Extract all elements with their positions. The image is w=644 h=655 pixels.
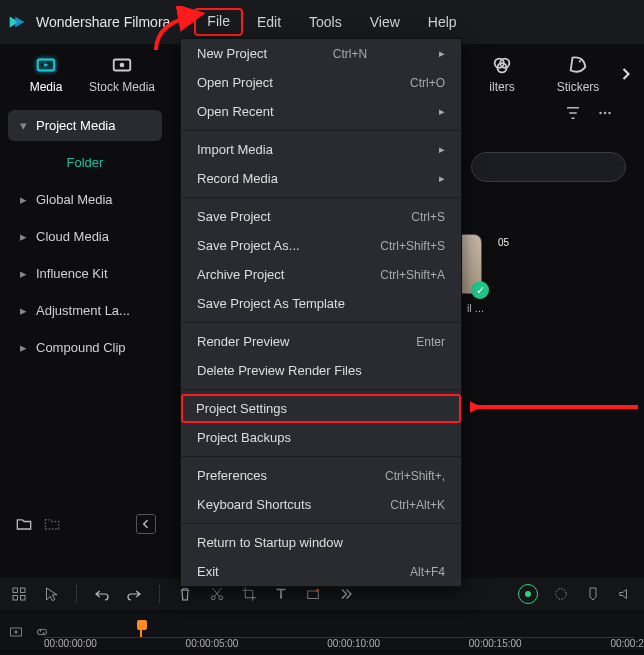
svg-rect-11 (13, 588, 18, 593)
menu-tools[interactable]: Tools (295, 8, 356, 36)
svg-rect-12 (21, 588, 26, 593)
svg-point-6 (579, 60, 581, 62)
sidebar-item-influence-kit[interactable]: ▸ Influence Kit (8, 258, 162, 289)
record-icon[interactable] (304, 585, 322, 603)
filter-icon[interactable] (564, 104, 582, 122)
svg-point-9 (608, 112, 610, 114)
sidebar-item-label: Influence Kit (36, 266, 108, 281)
svg-point-16 (219, 596, 223, 600)
add-track-icon[interactable] (8, 624, 24, 640)
menu-project-settings[interactable]: Project Settings (181, 394, 461, 423)
menu-open-recent[interactable]: Open Recent▸ (181, 97, 461, 126)
thumbnail-duration: 05 (496, 237, 511, 248)
tab-media-label: Media (30, 80, 63, 94)
sidebar-item-folder[interactable]: Folder (8, 147, 162, 178)
menu-view[interactable]: View (356, 8, 414, 36)
tab-stock-label: Stock Media (89, 80, 155, 94)
stickers-icon (567, 54, 589, 76)
menu-help[interactable]: Help (414, 8, 471, 36)
time-label: 00:00:15:00 (469, 638, 522, 649)
menu-open-project[interactable]: Open ProjectCtrl+O (181, 68, 461, 97)
new-folder-icon[interactable] (14, 514, 34, 534)
sidebar-item-label: Adjustment La... (36, 303, 130, 318)
filters-icon (491, 54, 513, 76)
sidebar-item-adjustment-layer[interactable]: ▸ Adjustment La... (8, 295, 162, 326)
svg-point-7 (599, 112, 601, 114)
menu-render-preview[interactable]: Render PreviewEnter (181, 327, 461, 356)
undo-icon[interactable] (93, 585, 111, 603)
sidebar-collapse[interactable] (136, 514, 156, 534)
sidebar-item-global-media[interactable]: ▸ Global Media (8, 184, 162, 215)
tab-stickers[interactable]: Stickers (540, 54, 616, 94)
cut-icon[interactable] (208, 585, 226, 603)
svg-point-2 (120, 63, 125, 68)
tab-media[interactable]: Media (8, 54, 84, 94)
chevron-right-icon: ▸ (18, 195, 28, 205)
marker-icon[interactable] (584, 585, 602, 603)
mute-icon[interactable] (616, 585, 634, 603)
chevron-right-icon: ▸ (18, 343, 28, 353)
menu-exit[interactable]: ExitAlt+F4 (181, 557, 461, 586)
file-menu-dropdown: New ProjectCtrl+N ▸ Open ProjectCtrl+O O… (180, 38, 462, 587)
sidebar-item-cloud-media[interactable]: ▸ Cloud Media (8, 221, 162, 252)
menu-archive-project[interactable]: Archive ProjectCtrl+Shift+A (181, 260, 461, 289)
menu-new-project[interactable]: New ProjectCtrl+N ▸ (181, 39, 461, 68)
media-thumbnail[interactable]: 05 ✓ (460, 234, 482, 294)
grid-icon[interactable] (10, 585, 28, 603)
chevron-down-icon: ▾ (18, 121, 28, 131)
render-icon[interactable] (552, 585, 570, 603)
menu-save-project-as[interactable]: Save Project As...Ctrl+Shift+S (181, 231, 461, 260)
stock-media-icon (111, 54, 133, 76)
menu-return-startup[interactable]: Return to Startup window (181, 528, 461, 557)
timeline-ruler[interactable]: 00:00:00:00 00:00:05:00 00:00:10:00 00:0… (44, 620, 634, 638)
sidebar-item-project-media[interactable]: ▾ Project Media (8, 110, 162, 141)
menu-project-backups[interactable]: Project Backups (181, 423, 461, 452)
svg-point-19 (525, 591, 531, 597)
tab-stock-media[interactable]: Stock Media (84, 54, 160, 94)
menu-keyboard-shortcuts[interactable]: Keyboard ShortcutsCtrl+Alt+K (181, 490, 461, 519)
ai-icon[interactable] (518, 584, 538, 604)
sidebar-item-label: Compound Clip (36, 340, 126, 355)
tab-filters-label: ilters (489, 80, 514, 94)
playhead[interactable] (140, 620, 142, 637)
app-logo-icon (6, 11, 28, 33)
app-name: Wondershare Filmora (36, 14, 170, 30)
chevron-right-icon: ▸ (18, 232, 28, 242)
svg-rect-14 (21, 596, 26, 601)
more-tools-icon[interactable] (336, 585, 354, 603)
tab-stickers-label: Stickers (557, 80, 600, 94)
chevron-right-icon: ▸ (18, 269, 28, 279)
thumbnail-label: il ... (467, 302, 484, 314)
cursor-icon[interactable] (42, 585, 60, 603)
menu-edit[interactable]: Edit (243, 8, 295, 36)
iconbar-scroll-right[interactable] (616, 64, 636, 84)
svg-point-15 (211, 596, 215, 600)
svg-rect-17 (308, 591, 319, 599)
redo-icon[interactable] (125, 585, 143, 603)
menu-preferences[interactable]: PreferencesCtrl+Shift+, (181, 461, 461, 490)
menu-save-template[interactable]: Save Project As Template (181, 289, 461, 318)
svg-point-8 (604, 112, 606, 114)
time-label: 00:00:20:00 (610, 638, 644, 649)
time-label: 00:00:00:00 (44, 638, 97, 649)
text-icon[interactable] (272, 585, 290, 603)
check-icon: ✓ (471, 281, 489, 299)
tab-filters[interactable]: ilters (464, 54, 540, 94)
sidebar-item-compound-clip[interactable]: ▸ Compound Clip (8, 332, 162, 363)
menu-delete-render[interactable]: Delete Preview Render Files (181, 356, 461, 385)
menu-file[interactable]: File (194, 8, 243, 36)
chevron-right-icon: ▸ (18, 306, 28, 316)
delete-icon[interactable] (176, 585, 194, 603)
menu-save-project[interactable]: Save ProjectCtrl+S (181, 202, 461, 231)
menu-record-media[interactable]: Record Media▸ (181, 164, 461, 193)
new-bin-icon[interactable] (42, 514, 62, 534)
more-icon[interactable] (596, 104, 614, 122)
svg-point-20 (556, 589, 567, 600)
svg-point-18 (316, 589, 319, 592)
crop-icon[interactable] (240, 585, 258, 603)
media-icon (35, 54, 57, 76)
search-input[interactable] (471, 152, 626, 182)
menu-import-media[interactable]: Import Media▸ (181, 135, 461, 164)
time-label: 00:00:10:00 (327, 638, 380, 649)
svg-rect-13 (13, 596, 18, 601)
